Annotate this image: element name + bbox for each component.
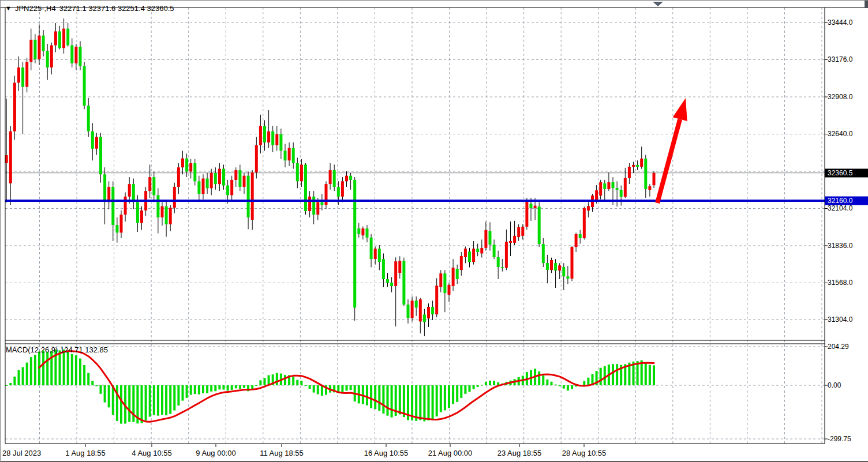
macd-histogram-bar [46,352,48,385]
time-axis-label: 4 Aug 10:55 [132,449,171,457]
bear-candle [546,263,549,270]
macd-histogram-bar [18,370,20,385]
time-axis-label: 9 Aug 00:00 [196,449,235,457]
macd-histogram-bar [239,385,241,389]
bull-candle [140,211,143,223]
macd-histogram-bar [182,385,184,401]
bear-candle [103,174,106,202]
support-price-badge: 32160.0 [825,197,868,205]
macd-histogram-bar [419,385,421,420]
trend-arrow-annotation[interactable] [657,98,687,203]
macd-histogram-bar [493,381,495,385]
macd-histogram-bar [563,385,565,389]
bull-candle [251,172,254,220]
macd-histogram-bar [9,383,12,385]
bull-candle [624,178,627,197]
bear-candle [42,36,45,51]
bear-candle [115,225,118,232]
bull-candle [169,208,172,224]
axis-ticks [85,22,828,447]
bull-candle [480,248,483,254]
bear-candle [271,132,274,145]
bull-candle [38,36,41,59]
macd-histogram-bar [432,385,434,420]
bull-candle [173,187,176,208]
bear-candle [382,259,385,279]
time-axis-label: 11 Aug 18:55 [260,449,304,457]
bear-candle [497,257,500,267]
bear-candle [197,181,200,194]
macd-histogram-bar [223,385,225,390]
bull-candle [361,228,364,235]
macd-histogram-bar [649,365,651,385]
bear-candle [58,31,61,48]
bull-candle [587,206,590,211]
bull-candle [62,29,65,48]
bull-candle [29,40,32,62]
bear-candle [620,190,623,197]
macd-histogram-bar [374,385,376,409]
chart-scroll-triangle-icon[interactable] [653,2,663,6]
bull-candle [484,230,487,248]
macd-histogram-bar [145,385,147,420]
macd-histogram-bar [165,385,167,415]
macd-histogram-bar [616,364,618,385]
macd-histogram-bar [366,385,368,405]
macd-axis-label: -299.75 [828,435,851,443]
bear-candle [579,234,582,238]
bull-candle [525,200,528,227]
macd-histogram-bar [26,363,28,385]
macd-histogram-bar [300,381,302,385]
bear-candle [263,126,266,142]
bull-candle [509,241,512,243]
macd-histogram-bar [108,385,110,407]
bear-candle [165,206,168,224]
macd-histogram-bar [194,385,196,394]
bull-candle [50,45,53,67]
bear-candle [99,137,102,174]
bull-candle [452,268,455,286]
macd-histogram-bar [161,385,163,415]
macd-histogram-bar [104,385,106,403]
current-price-badge: 32360.5 [825,168,868,177]
bear-candle [111,187,114,225]
macd-histogram-bar [120,385,122,424]
bear-candle [185,159,188,172]
bear-candle [456,269,459,279]
bear-candle [357,228,360,234]
bear-candle [156,195,159,217]
time-axis-label: 16 Aug 10:55 [364,449,409,457]
bull-candle [599,182,602,196]
bear-candle [644,159,647,189]
macd-histogram-bar [87,373,89,385]
bear-candle [353,180,356,307]
bull-candle [464,249,467,257]
macd-histogram-bar [116,385,118,421]
macd-histogram-bar [645,363,647,385]
bear-candle [91,132,94,149]
bull-candle [230,180,233,195]
bull-candle [329,170,332,184]
bear-candle [636,165,639,167]
bear-candle [349,176,352,180]
macd-histogram-bar [67,351,69,385]
symbol-period-label: JPN225-,H4 [15,4,56,13]
bull-candle [308,197,311,211]
macd-histogram-bar [34,355,36,385]
symbol-dropdown-triangle-icon[interactable]: ▼ [5,5,12,12]
macd-histogram-bar [153,385,155,415]
bull-candle [234,170,237,180]
bull-candle [17,67,20,82]
macd-histogram-bar [259,380,261,385]
macd-histogram-bar [485,382,487,385]
bull-candle [177,167,180,187]
price-axis-label: 31836.0 [828,242,852,250]
bull-candle [189,163,192,171]
chart-canvas[interactable] [1,1,868,462]
candlestick-series [5,18,656,336]
bull-candle [243,176,246,187]
bear-candle [193,163,196,181]
gridlines [5,7,825,444]
bull-candle [411,301,414,318]
macd-histogram-bar [551,382,553,385]
